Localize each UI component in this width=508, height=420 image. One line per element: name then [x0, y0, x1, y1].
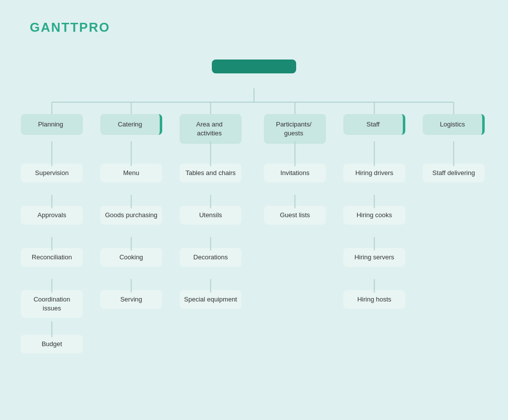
- level1-node-logistics: Logistics: [423, 114, 485, 135]
- level1-node-staff: Staff: [343, 114, 405, 135]
- child-node: Tables and chairs: [180, 164, 242, 182]
- child-node: Invitations: [264, 164, 326, 182]
- level1-node-catering: Catering: [100, 114, 162, 135]
- chart-wrapper: PlanningSupervisionApprovalsReconciliati…: [16, 55, 492, 412]
- child-node: Reconciliation: [21, 248, 83, 267]
- child-node: Budget: [21, 335, 83, 354]
- connectors-svg: [16, 55, 492, 412]
- child-node: Staff delivering: [423, 164, 485, 182]
- child-node: Coordination issues: [21, 290, 83, 318]
- child-node: Cooking: [100, 248, 162, 267]
- child-node: Menu: [100, 164, 162, 182]
- child-node: Hiring servers: [343, 248, 405, 267]
- child-node: Special equipment: [180, 290, 242, 309]
- child-node: Decorations: [180, 248, 242, 267]
- child-node: Supervision: [21, 164, 83, 182]
- level1-node-area-activities: Area and activities: [180, 114, 242, 144]
- child-node: Guest lists: [264, 206, 326, 225]
- level1-node-planning: Planning: [21, 114, 83, 135]
- chart-container: PlanningSupervisionApprovalsReconciliati…: [0, 55, 508, 415]
- child-node: Hiring cooks: [343, 206, 405, 225]
- child-node: Approvals: [21, 206, 83, 225]
- child-node: Utensils: [180, 206, 242, 225]
- level1-node-participants: Participants/ guests: [264, 114, 326, 144]
- child-node: Hiring drivers: [343, 164, 405, 182]
- logo: GANTTPRO: [30, 20, 110, 35]
- child-node: Serving: [100, 290, 162, 309]
- child-node: Goods purchasing: [100, 206, 162, 225]
- root-node: [212, 60, 296, 73]
- child-node: Hiring hosts: [343, 290, 405, 309]
